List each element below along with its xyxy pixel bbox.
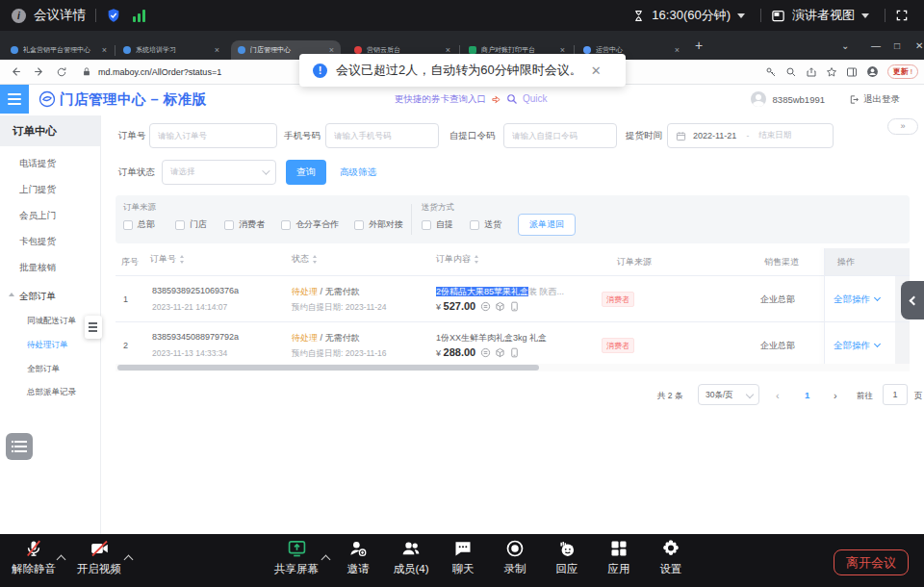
group-collapse-caret[interactable] <box>9 293 14 296</box>
reload-icon[interactable] <box>56 66 67 78</box>
goto-page-input[interactable]: 1 <box>883 384 908 405</box>
source-checkbox-store[interactable]: 门店 <box>175 218 207 231</box>
bookmark-star-icon[interactable] <box>826 66 837 78</box>
tab-close-icon[interactable]: × <box>215 45 219 55</box>
sidebar-item-member-visit[interactable]: 会员上门 <box>19 210 56 222</box>
menu-hamburger-button[interactable] <box>0 85 29 114</box>
user-avatar[interactable] <box>751 91 766 107</box>
zoom-icon[interactable] <box>785 66 797 78</box>
search-button[interactable]: 查询 <box>286 160 326 185</box>
delivery-checkbox-delivery[interactable]: 送货 <box>470 218 501 231</box>
sidebar-subitem-all-orders[interactable]: 全部订单 <box>27 364 60 375</box>
sidebar-item-batch-verify[interactable]: 批量核销 <box>19 262 56 274</box>
row-actions-dropdown[interactable]: 全部操作 <box>834 294 880 306</box>
browser-tab-1[interactable]: 礼盒营销平台管理中心 × <box>4 40 114 60</box>
browser-tab-2[interactable]: 系统培训学习 × <box>116 40 226 60</box>
mute-button[interactable]: 解除静音 <box>5 539 63 576</box>
sidebar-item-phone-pickup[interactable]: 电话提货 <box>19 158 56 170</box>
source-checkbox-warehouse[interactable]: 仓分享合作 <box>281 218 339 231</box>
window-close-button[interactable]: ✕ <box>915 31 923 60</box>
package-icon[interactable] <box>495 301 505 312</box>
window-maximize-button[interactable]: □ <box>894 31 900 60</box>
new-tab-button[interactable]: + <box>695 31 703 60</box>
apps-button[interactable]: 应用 <box>590 539 648 576</box>
browser-update-button[interactable]: 更新! <box>887 64 918 79</box>
sidebar-item-door-pickup[interactable]: 上门提货 <box>19 184 56 196</box>
sidebar-item-card-pickup[interactable]: 卡包提货 <box>19 236 56 248</box>
camera-button[interactable]: 开启视频 <box>70 539 128 576</box>
forward-icon[interactable] <box>33 65 45 78</box>
source-checkbox-consumer[interactable]: 消费者 <box>224 218 265 231</box>
meeting-info-icon[interactable]: i <box>12 9 26 23</box>
receipt-icon[interactable] <box>480 347 491 358</box>
timer-dropdown-caret[interactable] <box>737 13 745 18</box>
meeting-details-label[interactable]: 会议详情 <box>34 7 86 24</box>
leave-meeting-button[interactable]: 离开会议 <box>834 549 909 575</box>
sidebar-subitem-pending-orders[interactable]: 待处理订单 <box>27 340 68 351</box>
row-actions-dropdown[interactable]: 全部操作 <box>834 340 880 352</box>
window-minimize-button[interactable]: — <box>871 31 881 60</box>
col-order-no[interactable]: 订单号 <box>150 253 186 266</box>
settings-button[interactable]: 设置 <box>642 539 700 576</box>
col-status[interactable]: 状态 <box>292 253 319 266</box>
network-signal-icon[interactable] <box>133 10 145 22</box>
url-text[interactable]: md.maboy.cn/AllOrder?status=1 <box>98 67 221 77</box>
order-no: 83859389251069376a <box>152 286 239 295</box>
password-key-icon[interactable] <box>765 66 777 78</box>
lock-icon[interactable] <box>82 66 91 77</box>
fullscreen-icon[interactable] <box>895 9 909 22</box>
logout-label[interactable]: 退出登录 <box>863 93 900 106</box>
quick-label[interactable]: Quick <box>523 85 548 114</box>
current-page[interactable]: 1 <box>805 384 809 407</box>
back-icon[interactable] <box>10 65 22 78</box>
prev-page-icon[interactable]: ‹ <box>776 384 780 407</box>
order-no-label: 订单号 <box>118 123 146 148</box>
order-status-select[interactable]: 请选择 <box>162 160 276 185</box>
profile-icon[interactable] <box>866 65 879 78</box>
advanced-filter-link[interactable]: 高级筛选 <box>340 160 376 185</box>
date-range-input[interactable]: 2022-11-21 - 结束日期 <box>667 123 834 148</box>
divider <box>95 9 96 22</box>
package-icon[interactable] <box>495 347 505 358</box>
horizontal-scrollbar-thumb[interactable] <box>117 365 539 370</box>
floating-menu-button[interactable] <box>6 433 33 460</box>
pickup-code-input[interactable] <box>503 123 617 148</box>
collapse-filters-button[interactable]: » <box>887 118 918 135</box>
dispatch-return-button[interactable]: 派单退回 <box>518 214 576 236</box>
order-no-input[interactable] <box>149 123 277 148</box>
record-icon <box>505 539 525 558</box>
tab-close-icon[interactable]: × <box>675 45 680 55</box>
tab-close-icon[interactable]: × <box>102 45 107 55</box>
side-panel-icon[interactable] <box>846 66 858 78</box>
phone-icon[interactable] <box>509 301 520 312</box>
view-mode-label[interactable]: 演讲者视图 <box>792 7 855 24</box>
page-size-select[interactable]: 30条/页 <box>698 384 759 405</box>
chat-button[interactable]: 聊天 <box>434 539 492 576</box>
delivery-checkbox-pickup[interactable]: 自提 <box>422 218 453 231</box>
security-shield-icon[interactable] <box>106 8 121 23</box>
window-menu-caret[interactable]: ⌄ <box>841 31 849 60</box>
toast-close-icon[interactable]: ✕ <box>591 64 602 78</box>
reactions-button[interactable]: 回应 <box>538 539 596 576</box>
source-checkbox-external[interactable]: 外部对接 <box>354 218 403 231</box>
record-button[interactable]: 录制 <box>486 539 544 576</box>
share-screen-button[interactable]: 共享屏幕 <box>268 539 325 576</box>
phone-icon[interactable] <box>509 347 520 358</box>
sidebar-subitem-hq-dispatch-log[interactable]: 总部派单记录 <box>27 387 76 398</box>
quick-entry-label[interactable]: 更快捷的券卡查询入口 <box>395 85 486 114</box>
meeting-timer[interactable]: 16:30(60分钟) <box>652 7 731 24</box>
tab-title: 系统培训学习 <box>136 45 212 55</box>
source-checkbox-hq[interactable]: 总部 <box>123 218 155 231</box>
view-dropdown-caret[interactable] <box>861 13 869 18</box>
phone-input[interactable] <box>325 123 439 148</box>
sidebar-group-all-orders[interactable]: 全部订单 <box>19 291 56 303</box>
sidebar-subitem-city-delivery[interactable]: 同城配送订单 <box>27 316 76 327</box>
sidebar-collapse-handle[interactable] <box>85 316 102 339</box>
members-button[interactable]: 成员(4) <box>382 539 440 576</box>
next-page-icon[interactable]: › <box>834 384 837 407</box>
panel-expand-handle[interactable] <box>901 281 924 319</box>
share-icon[interactable] <box>806 66 817 78</box>
invite-button[interactable]: 邀请 <box>329 539 387 576</box>
col-content[interactable]: 订单内容 <box>436 253 480 266</box>
receipt-icon[interactable] <box>480 301 491 312</box>
